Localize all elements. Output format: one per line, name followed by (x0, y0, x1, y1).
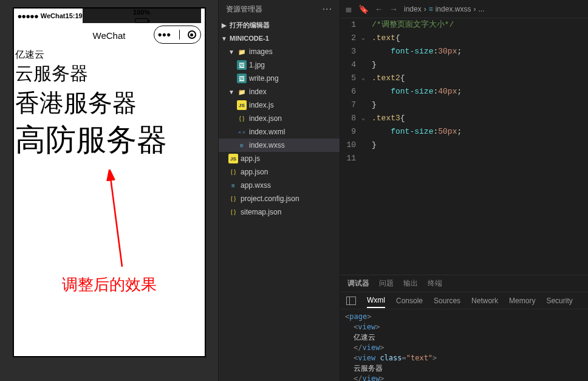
code-editor[interactable]: 1234567891011 ⌄⌄⌄ /*调整页面文字大小*/.text{ fon… (340, 18, 588, 275)
fold-toggle-icon (360, 98, 367, 112)
fold-toggle-icon[interactable]: ⌄ (360, 72, 367, 85)
tab-terminal[interactable]: 终端 (428, 278, 442, 289)
tab-debugger[interactable]: 调试器 (347, 278, 369, 289)
annotation-text: 调整后的效果 (14, 274, 205, 295)
image-file-icon (237, 60, 247, 70)
tab-network[interactable]: Network (471, 297, 498, 305)
file-project-config-json[interactable]: project.config.json (219, 192, 340, 205)
tab-sources[interactable]: Sources (434, 297, 460, 305)
code-line[interactable] (372, 152, 588, 165)
bookmark-icon[interactable]: 🔖 (358, 4, 369, 14)
annotation-arrow-icon (105, 170, 129, 273)
fold-toggle-icon (360, 18, 367, 32)
file-index-wxml[interactable]: index.wxml (219, 125, 340, 139)
line-number-gutter: 1234567891011 ⌄⌄⌄ (340, 18, 368, 275)
code-line[interactable]: .text{ (372, 32, 588, 45)
explorer-header: 资源管理器 ··· (219, 0, 340, 18)
folder-index[interactable]: ▼ index (219, 85, 340, 98)
code-line[interactable]: font-size:50px; (372, 125, 588, 139)
folder-images[interactable]: ▼ images (219, 45, 340, 58)
folder-icon (237, 87, 247, 97)
wxml-inspector[interactable]: <page><view>亿速云</view><view class="text"… (340, 309, 588, 381)
battery-icon (135, 18, 148, 23)
list-icon[interactable]: ≣ (345, 4, 352, 14)
open-editors-section[interactable]: ▶ 打开的编辑器 (219, 18, 340, 32)
breadcrumb-item[interactable]: index.wxss (436, 5, 471, 13)
tab-output[interactable]: 输出 (403, 278, 418, 289)
phone-frame: ●●●●● WeChat 15:19 100% WeChat ••• 亿速云 云… (13, 7, 206, 357)
file-index-wxss[interactable]: index.wxss (219, 139, 340, 152)
file-index-js[interactable]: index.js (219, 98, 340, 112)
folder-icon (237, 47, 247, 57)
code-line[interactable]: } (372, 98, 588, 112)
json-file-icon (228, 207, 238, 217)
nav-forward-icon[interactable]: → (389, 4, 398, 14)
file-app-wxss[interactable]: app.wxss (219, 179, 340, 192)
file-label: project.config.json (241, 194, 299, 203)
breadcrumb-sep: › (473, 5, 476, 13)
code-line[interactable]: font-size:30px; (372, 45, 588, 58)
code-area[interactable]: /*调整页面文字大小*/.text{ font-size:30px;}.text… (368, 18, 588, 275)
file-app-json[interactable]: app.json (219, 165, 340, 179)
code-line[interactable]: } (372, 139, 588, 152)
debugger-panel: 调试器 问题 输出 终端 Wxml Console Sources Networ… (340, 275, 588, 381)
fold-toggle-icon[interactable]: ⌄ (360, 32, 367, 45)
page-line-1: 云服务器 (15, 61, 203, 86)
code-line[interactable]: .text3{ (372, 112, 588, 125)
capsule-close-icon[interactable] (188, 30, 196, 39)
tab-memory[interactable]: Memory (509, 297, 535, 305)
tab-console[interactable]: Console (396, 297, 423, 305)
breadcrumb-item[interactable]: ... (478, 5, 484, 13)
carrier-label: WeChat (41, 12, 66, 19)
file-label: 1.jpg (249, 61, 265, 69)
page-content: 亿速云 云服务器 香港服务器 高防服务器 (14, 47, 205, 162)
file-write-png[interactable]: write.png (219, 72, 340, 85)
file-label: sitemap.json (241, 208, 281, 216)
file-1-jpg[interactable]: 1.jpg (219, 58, 340, 72)
file-app-js[interactable]: app.js (219, 152, 340, 165)
file-label: index.js (249, 101, 274, 109)
breadcrumb-item[interactable]: index (404, 5, 422, 13)
file-tree: ▼ images 1.jpg write.png ▼ index index.j… (219, 45, 340, 219)
signal-dots-icon: ●●●●● (18, 12, 38, 21)
file-sitemap-json[interactable]: sitemap.json (219, 205, 340, 219)
code-line[interactable]: font-size:40px; (372, 85, 588, 98)
breadcrumb[interactable]: index › ≡ index.wxss › ... (404, 5, 484, 13)
editor-toolbar: ≣ 🔖 ← → index › ≡ index.wxss › ... (340, 0, 588, 18)
explorer-more-icon[interactable]: ··· (323, 4, 332, 15)
tab-problems[interactable]: 问题 (379, 278, 394, 289)
code-line[interactable]: } (372, 58, 588, 72)
page-line-0: 亿速云 (15, 49, 203, 61)
file-label: app.json (241, 168, 268, 176)
folder-label: images (249, 47, 273, 56)
project-root-section[interactable]: ▼ MINICODE-1 (219, 32, 340, 45)
capsule-menu[interactable]: ••• (154, 26, 201, 44)
file-label: app.js (241, 154, 260, 163)
fold-toggle-icon (360, 125, 367, 139)
navbar-title: WeChat (93, 30, 126, 41)
page-line-3: 高防服务器 (15, 120, 203, 160)
fold-toggle-icon[interactable]: ⌄ (360, 112, 367, 125)
folder-label: index (249, 88, 267, 96)
wechat-navbar: WeChat ••• (14, 23, 205, 47)
tab-wxml[interactable]: Wxml (367, 296, 385, 308)
code-line[interactable]: .text2{ (372, 72, 588, 85)
fold-toggle-icon (360, 45, 367, 58)
code-line[interactable]: /*调整页面文字大小*/ (372, 18, 588, 32)
simulator-panel: ●●●●● WeChat 15:19 100% WeChat ••• 亿速云 云… (0, 0, 219, 381)
file-label: index.json (249, 114, 282, 123)
nav-back-icon[interactable]: ← (375, 4, 383, 14)
fold-toggle-icon (360, 139, 367, 152)
project-root-label: MINICODE-1 (230, 35, 269, 42)
wxss-file-icon (237, 140, 247, 150)
file-label: index.wxml (249, 128, 285, 136)
file-index-json[interactable]: index.json (219, 112, 340, 125)
wxss-file-icon: ≡ (429, 5, 433, 13)
element-picker-icon[interactable] (346, 297, 356, 305)
capsule-divider (179, 30, 180, 39)
battery-percent: 100% (133, 9, 150, 16)
fold-toggle-icon (360, 85, 367, 98)
json-file-icon (228, 167, 238, 177)
tab-security[interactable]: Security (546, 297, 572, 305)
file-explorer: 资源管理器 ··· ▶ 打开的编辑器 ▼ MINICODE-1 ▼ images… (219, 0, 340, 381)
